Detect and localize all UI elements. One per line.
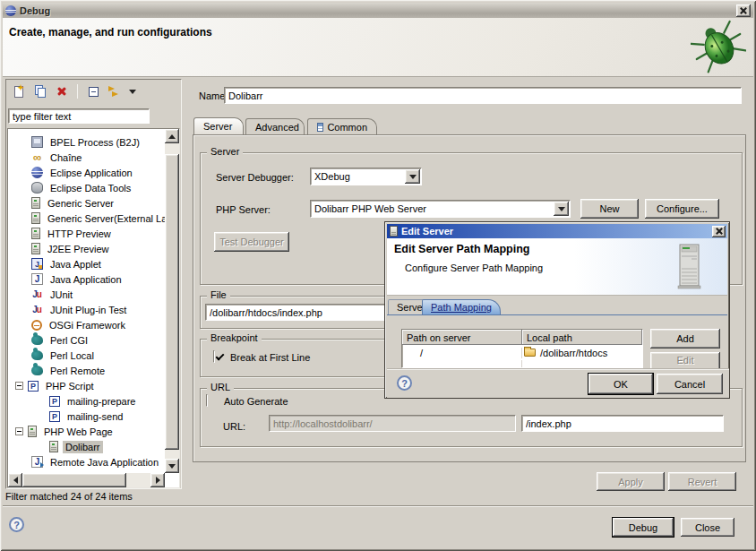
eclipse-icon (5, 5, 16, 16)
tree-item[interactable]: Java Application (8, 271, 166, 287)
window-title: Debug (20, 5, 50, 16)
chain-icon (31, 151, 43, 163)
java-icon (31, 273, 43, 285)
dialog-help-icon[interactable]: ? (397, 375, 412, 391)
vertical-scroll-thumb[interactable] (165, 154, 179, 450)
junit-icon (31, 288, 43, 300)
new-server-button[interactable]: New (580, 199, 639, 219)
tree-item[interactable]: PHP Script (8, 378, 166, 393)
close-icon[interactable] (736, 4, 751, 17)
server-tower-icon (675, 244, 704, 290)
configure-button[interactable]: Configure... (645, 199, 719, 219)
scroll-up-icon[interactable] (165, 129, 179, 143)
file-group-title: File (207, 289, 230, 300)
window-titlebar[interactable]: Debug (3, 3, 753, 18)
tree-item[interactable]: mailing-prepare (8, 393, 166, 409)
table-row[interactable]: / /dolibarr/htdocs (402, 345, 642, 360)
tab-advanced[interactable]: Advanced (245, 118, 305, 134)
tree-toolbar: ✦ (10, 83, 136, 99)
tree-item[interactable]: Generic Server (8, 195, 166, 211)
new-configuration-button[interactable]: ✦ (10, 83, 28, 99)
horizontal-scroll-thumb[interactable] (22, 473, 126, 487)
new-config-icon: ✦ (14, 86, 23, 98)
url-path-input[interactable] (521, 415, 724, 432)
path-mapping-table[interactable]: Path on server Local path / /dolibarr/ht… (401, 329, 643, 368)
debug-button[interactable]: Debug (613, 518, 674, 537)
breakpoint-group-title: Breakpoint (207, 332, 262, 343)
tree-item[interactable]: Perl Remote (8, 363, 166, 378)
php-server-label: PHP Server: (216, 204, 271, 215)
database-icon (31, 182, 43, 194)
collapse-expander-icon[interactable] (15, 382, 23, 390)
tree-item-selected[interactable]: Dolibarr (8, 439, 166, 454)
server-icon (49, 441, 58, 452)
perl-icon (31, 335, 43, 345)
column-header-local-path[interactable]: Local path (522, 330, 642, 345)
duplicate-button[interactable] (31, 83, 49, 99)
server-debugger-select[interactable]: XDebug (310, 168, 422, 185)
collapse-all-icon (89, 87, 99, 97)
bug-icon (691, 20, 746, 73)
tree-item[interactable]: Perl Local (8, 348, 166, 363)
break-first-line-checkbox[interactable] (213, 350, 215, 363)
tree-item[interactable]: Perl CGI (8, 332, 166, 348)
scroll-left-icon[interactable] (8, 473, 22, 487)
java-applet-icon (31, 258, 43, 270)
footer-separator (3, 505, 753, 507)
filter-input[interactable] (8, 108, 150, 124)
php-server-select[interactable]: Dolibarr PHP Web Server (310, 200, 571, 218)
dialog-subheading: Configure Server Path Mapping (405, 263, 543, 273)
close-button[interactable]: Close (681, 518, 735, 537)
filter-match-status: Filter matched 24 of 24 items (5, 491, 133, 502)
tree-horizontal-scrollbar[interactable] (8, 473, 165, 487)
add-mapping-button[interactable]: Add (650, 329, 720, 349)
tree-item[interactable]: Chaîne (8, 150, 166, 165)
help-icon[interactable]: ? (9, 517, 24, 532)
filter-button[interactable] (106, 83, 124, 99)
server-icon (31, 212, 40, 224)
toolbar-separator (77, 84, 78, 99)
tree-item[interactable]: OSGi Framework (8, 317, 166, 332)
tree-item[interactable]: JUnit Plug-in Test (8, 302, 166, 317)
tab-common[interactable]: Common (307, 118, 377, 134)
tree-item[interactable]: PHP Web Page (8, 424, 166, 439)
tree-item[interactable]: Java Applet (8, 256, 166, 271)
tree-item[interactable]: JUnit (8, 287, 166, 302)
tree-item[interactable]: BPEL Process (B2J) (8, 134, 166, 150)
tree-item[interactable]: Eclipse Data Tools (8, 180, 166, 195)
tree-item[interactable]: HTTP Preview (8, 226, 166, 241)
scroll-right-icon[interactable] (150, 473, 165, 487)
tree-item[interactable]: Eclipse Application (8, 165, 166, 180)
scroll-down-icon[interactable] (165, 459, 179, 473)
tree-vertical-scrollbar[interactable] (165, 129, 179, 473)
apply-button[interactable]: Apply (597, 472, 665, 491)
delete-button[interactable] (53, 83, 71, 99)
tab-server[interactable]: Server (193, 117, 244, 134)
filter-icon (108, 86, 121, 97)
auto-generate-checkbox[interactable] (206, 394, 208, 407)
dialog-tab-path-mapping[interactable]: Path Mapping (422, 299, 501, 314)
dialog-titlebar[interactable]: Edit Server (387, 224, 727, 238)
tree-item[interactable]: Generic Server(External Lau (8, 211, 166, 226)
folder-icon (524, 349, 536, 357)
ok-button[interactable]: OK (588, 374, 653, 394)
name-input[interactable] (224, 87, 742, 104)
cancel-button[interactable]: Cancel (657, 374, 723, 394)
tree-item[interactable]: J2EE Preview (8, 241, 166, 256)
common-tab-icon (317, 123, 323, 132)
filter-menu-caret-icon[interactable] (129, 90, 136, 94)
chevron-down-icon[interactable] (554, 202, 569, 216)
collapse-expander-icon[interactable] (15, 427, 23, 435)
dialog-close-icon[interactable] (712, 226, 726, 237)
server-group-title: Server (207, 146, 243, 157)
tree-item[interactable]: Remote Java Application (8, 454, 166, 469)
test-debugger-button[interactable]: Test Debugger (214, 232, 289, 252)
collapse-all-button[interactable] (84, 83, 102, 99)
server-icon (31, 197, 40, 209)
revert-button[interactable]: Revert (668, 472, 736, 491)
bpel-icon (31, 136, 43, 148)
column-header-path-on-server[interactable]: Path on server (402, 330, 522, 345)
tree-item[interactable]: mailing-send (8, 409, 166, 424)
url-input[interactable] (269, 415, 516, 432)
chevron-down-icon[interactable] (405, 169, 420, 184)
